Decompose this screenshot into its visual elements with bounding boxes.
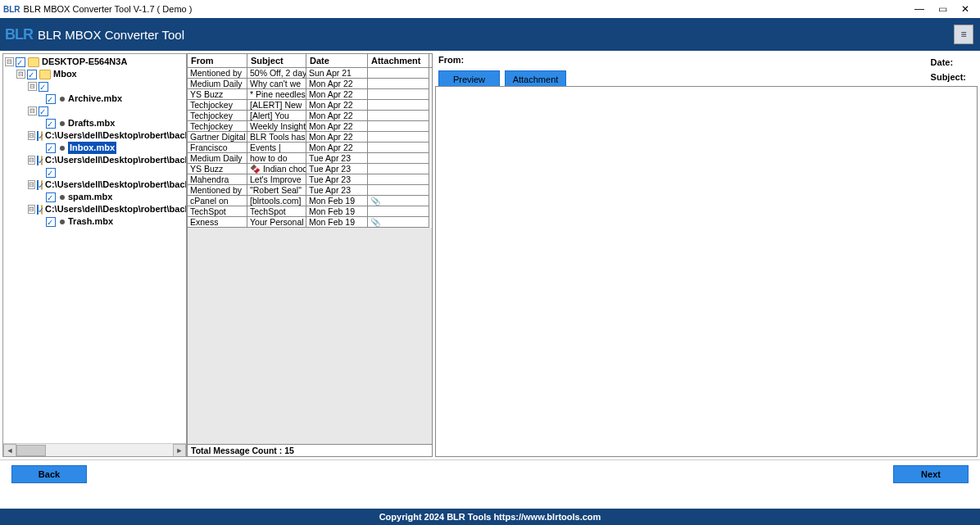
table-row[interactable]: Techjockey[ALERT] NewMon Apr 22 — [188, 100, 432, 111]
cell-date: Mon Apr 22 — [306, 79, 368, 89]
cell-attachment: 📎 — [368, 196, 429, 206]
cell-subject: Events | — [247, 143, 306, 153]
cell-attachment — [368, 68, 429, 79]
logo-small: BLR — [3, 5, 20, 14]
cell-subject: 🍫 Indian chocolate — [247, 164, 306, 174]
column-header-from[interactable]: From — [188, 54, 247, 67]
tree-node-path[interactable]: C:\Users\dell\Desktop\robert\back — [45, 203, 187, 215]
file-icon — [60, 195, 65, 200]
tree-checkbox[interactable] — [16, 57, 25, 67]
column-header-date[interactable]: Date — [306, 54, 368, 67]
tree-node-archive[interactable]: Archive.mbx — [68, 93, 122, 105]
hamburger-menu-button[interactable]: ≡ — [954, 25, 973, 44]
copyright-bar: Copyright 2024 BLR Tools https://www.blr… — [0, 509, 980, 525]
tree-checkbox[interactable] — [46, 192, 56, 202]
cell-from: Mahendra — [188, 174, 247, 185]
table-row[interactable]: YS Buzz* Pine needles offer livelihoodMo… — [188, 89, 432, 100]
cell-attachment — [368, 174, 429, 185]
grid-header: From Subject Date Attachment — [188, 54, 432, 68]
tree-node-inbox-selected[interactable]: Inbox.mbx — [68, 142, 116, 154]
tree-checkbox[interactable] — [46, 94, 56, 104]
tree-collapse-icon[interactable]: ⊟ — [5, 57, 14, 66]
table-row[interactable]: Medium Dailyhow to doTue Apr 23 — [188, 153, 432, 164]
cell-date: Mon Apr 22 — [306, 132, 368, 143]
scroll-left-arrow-icon[interactable]: ◄ — [3, 444, 16, 457]
scroll-right-arrow-icon[interactable]: ► — [173, 444, 186, 457]
table-row[interactable]: Techjockey[Alert] YouMon Apr 22 — [188, 111, 432, 121]
tree-checkbox[interactable] — [39, 82, 48, 92]
tree-node-drafts[interactable]: Drafts.mbx — [68, 117, 115, 129]
preview-header: From: Preview Attachment Date: Subject: — [435, 53, 978, 86]
tree-collapse-icon[interactable]: ⊟ — [28, 131, 35, 140]
table-row[interactable]: Gartner DigitalBLR Tools has 0Mon Apr 22 — [188, 132, 432, 143]
file-icon — [60, 220, 65, 224]
cell-subject: [ALERT] New — [247, 100, 306, 111]
tree-checkbox[interactable] — [37, 131, 39, 141]
tree-checkbox[interactable] — [46, 168, 56, 178]
tree-node-path[interactable]: C:\Users\dell\Desktop\robert\back — [45, 129, 187, 142]
tree-node-desktop[interactable]: DESKTOP-E564N3A — [42, 56, 127, 68]
table-row[interactable]: Mentioned by50% Off, 2 daysSun Apr 21 — [188, 68, 432, 79]
tree-checkbox[interactable] — [27, 70, 37, 79]
tree-collapse-icon[interactable]: ⊟ — [28, 205, 35, 214]
table-row[interactable]: Medium DailyWhy can't weMon Apr 22 — [188, 79, 432, 89]
table-row[interactable]: MahendraLet's ImproveTue Apr 23 — [188, 174, 432, 185]
table-row[interactable]: TechSpotTechSpotMon Feb 19 — [188, 206, 432, 217]
table-row[interactable]: YS Buzz🍫 Indian chocolateTue Apr 23 — [188, 164, 432, 174]
next-button[interactable]: Next — [893, 465, 969, 483]
maximize-button[interactable]: ▭ — [931, 2, 954, 16]
cell-from: Medium Daily — [188, 153, 247, 164]
tree-node-path[interactable]: C:\Users\dell\Desktop\robert\back — [45, 154, 187, 166]
tree-collapse-icon[interactable]: ⊟ — [28, 82, 37, 91]
cell-from: Medium Daily — [188, 79, 247, 89]
cell-subject: [Alert] You — [247, 111, 306, 121]
back-button[interactable]: Back — [11, 465, 87, 483]
scroll-track[interactable] — [16, 444, 173, 457]
cell-subject: Your Personal — [247, 217, 306, 228]
message-grid[interactable]: From Subject Date Attachment Mentioned b… — [187, 53, 433, 445]
minimize-button[interactable]: — — [908, 2, 931, 16]
column-header-attachment[interactable]: Attachment — [368, 54, 429, 67]
tree-checkbox[interactable] — [39, 106, 48, 116]
table-row[interactable]: FranciscoEvents |Mon Apr 22 — [188, 143, 432, 153]
table-row[interactable]: Mentioned by"Robert Seal"Tue Apr 23 — [188, 185, 432, 196]
file-icon — [60, 146, 65, 151]
cell-attachment — [368, 206, 429, 217]
tree-checkbox[interactable] — [37, 180, 39, 190]
tree-checkbox[interactable] — [37, 156, 39, 165]
tree-checkbox[interactable] — [46, 143, 56, 153]
footer-buttons: Back Next — [0, 460, 980, 488]
tree-checkbox[interactable] — [46, 217, 56, 227]
tree-checkbox[interactable] — [37, 205, 39, 215]
tree-collapse-icon[interactable]: ⊟ — [28, 156, 35, 165]
tree-collapse-icon[interactable]: ⊟ — [28, 106, 37, 115]
tree-checkbox[interactable] — [46, 119, 56, 129]
column-header-subject[interactable]: Subject — [247, 54, 306, 67]
tree-node-trash[interactable]: Trash.mbx — [68, 215, 113, 228]
cell-subject: TechSpot — [247, 206, 306, 217]
scroll-thumb[interactable] — [16, 445, 46, 456]
table-row[interactable]: ExnessYour PersonalMon Feb 19📎 — [188, 217, 432, 228]
folder-icon — [39, 70, 51, 79]
folder-icon — [28, 57, 39, 67]
cell-attachment — [368, 121, 429, 132]
cell-date: Mon Apr 22 — [306, 143, 368, 153]
tree-node-spam[interactable]: spam.mbx — [68, 191, 112, 203]
cell-from: Techjockey — [188, 111, 247, 121]
cell-subject: how to do — [247, 153, 306, 164]
tree-horizontal-scrollbar[interactable]: ◄ ► — [3, 443, 186, 456]
tree-collapse-icon[interactable]: ⊟ — [28, 180, 35, 189]
table-row[interactable]: cPanel on[blrtools.com]Mon Feb 19📎 — [188, 196, 432, 206]
cell-from: Techjockey — [188, 100, 247, 111]
tree-node-path[interactable]: C:\Users\dell\Desktop\robert\back — [45, 179, 187, 191]
close-button[interactable]: ✕ — [954, 2, 977, 16]
folder-tree[interactable]: ⊟ DESKTOP-E564N3A ⊟ Mbox ⊟ Archive.mbx — [3, 54, 186, 229]
cell-date: Mon Apr 22 — [306, 121, 368, 132]
cell-subject: BLR Tools has 0 — [247, 132, 306, 143]
tree-node-mbox[interactable]: Mbox — [53, 68, 77, 80]
cell-subject: Weekly Insight: — [247, 121, 306, 132]
cell-date: Mon Feb 19 — [306, 206, 368, 217]
table-row[interactable]: TechjockeyWeekly Insight:Mon Apr 22 — [188, 121, 432, 132]
tree-collapse-icon[interactable]: ⊟ — [16, 70, 25, 79]
cell-date: Mon Apr 22 — [306, 100, 368, 111]
